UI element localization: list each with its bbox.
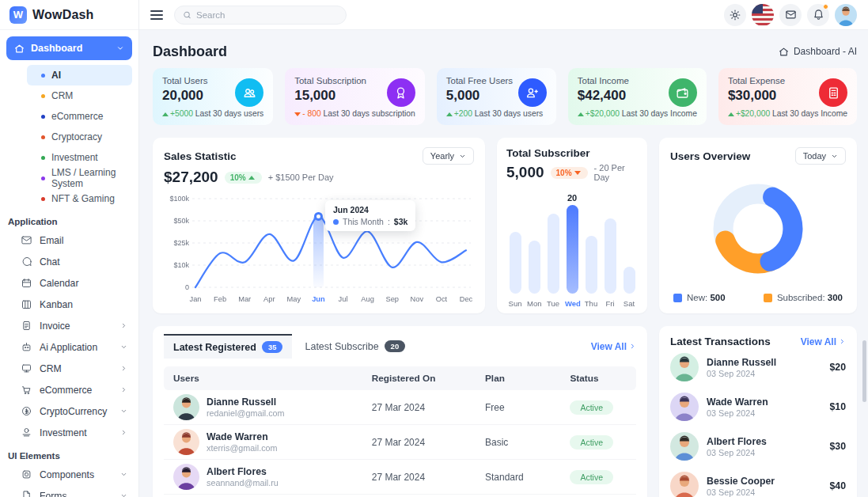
tooltip-value: $3k [394, 217, 408, 226]
stat-cards-row: Total Users 20,000 +5000 Last 30 days us… [153, 68, 857, 125]
sidebar-item-label: Forms [40, 491, 113, 497]
sidebar-item-kanban[interactable]: Kanban [6, 294, 132, 315]
sidebar-subitem-nft-gaming[interactable]: NFT & Gaming [27, 188, 132, 209]
theme-toggle-button[interactable] [724, 4, 746, 26]
sidebar-item-email[interactable]: Email [6, 230, 132, 251]
tab-badge: 35 [262, 341, 283, 353]
svg-text:May: May [287, 295, 301, 303]
kanban-icon [21, 298, 32, 310]
sidebar-item-calendar[interactable]: Calendar [6, 272, 132, 294]
user-name: Wade Warren [207, 431, 278, 442]
legend-swatch [673, 294, 682, 302]
bullet-dot [41, 197, 45, 201]
bar-rect [510, 232, 521, 294]
chevron-right-icon [629, 343, 636, 350]
sales-period-select[interactable]: Yearly [423, 147, 474, 165]
calendar-icon [21, 277, 32, 289]
notifications-button[interactable] [807, 4, 829, 26]
registered-date: 27 Mar 2024 [362, 495, 476, 497]
ecommerce-icon [21, 384, 32, 396]
chevron-right-icon [120, 386, 127, 393]
sidebar-item-label: Chat [40, 256, 127, 267]
trend-value: +$20,000 [728, 109, 770, 118]
transaction-amount: $10 [829, 401, 846, 412]
subscriber-bar-chart: 20 [506, 188, 638, 294]
sidebar-item-cryptocurrency[interactable]: CryptoCurrency [6, 400, 132, 422]
bar-mon [527, 241, 541, 294]
svg-text:Feb: Feb [214, 295, 226, 303]
tab-latest-subscribe[interactable]: Latest Subscribe 20 [295, 335, 415, 358]
view-all-link[interactable]: View All [801, 336, 846, 347]
chat-icon [21, 256, 32, 267]
transaction-row: Wade Warren 03 Sep 2024 $10 [670, 387, 846, 427]
users-overview-period-select[interactable]: Today [795, 147, 846, 165]
sidebar-item-label: CRM [40, 363, 113, 374]
trend-value: +200 [446, 109, 472, 118]
sidebar-subitem-investment[interactable]: Investment [27, 147, 132, 168]
table-row: Albert Flores seannand@mail.ru 27 Mar 20… [164, 460, 636, 495]
sidebar-toggle-button[interactable] [150, 10, 163, 20]
sidebar-item-forms[interactable]: Forms [6, 485, 132, 497]
sidebar-item-chat[interactable]: Chat [6, 251, 132, 272]
sidebar-subitem-crm[interactable]: CRM [27, 85, 132, 106]
trend-value: +$20,000 [578, 109, 620, 118]
sidebar-subitem-ai[interactable]: AI [27, 65, 132, 85]
search-bar[interactable] [174, 6, 347, 25]
sidebar-item-invoice[interactable]: Invoice [6, 315, 132, 336]
trend-arrow-icon [162, 112, 169, 116]
svg-text:Apr: Apr [263, 295, 275, 303]
series-dot [333, 219, 339, 225]
chevron-down-icon [831, 153, 838, 160]
logo[interactable]: W WowDash [0, 0, 138, 30]
tab-latest-registered[interactable]: Latest Registered 35 [164, 334, 292, 359]
chevron-right-icon [120, 322, 127, 329]
sidebar-item-components[interactable]: Components [6, 464, 132, 485]
mail-icon [785, 9, 797, 21]
user-avatar[interactable] [835, 4, 857, 26]
donut-chart-svg [703, 173, 813, 284]
stat-icon-circle [819, 78, 847, 107]
svg-text:Jul: Jul [339, 295, 348, 303]
notification-dot [823, 4, 828, 9]
status-badge: Active [570, 435, 613, 450]
trend-arrow-icon [446, 112, 453, 116]
email-icon [21, 234, 32, 246]
breadcrumb[interactable]: Dashboard - AI [779, 46, 857, 57]
search-input[interactable] [196, 10, 338, 20]
bullet-dot [41, 135, 45, 139]
dashboard-submenu: AICRMeCommerceCryptocracyInvestmentLMS /… [6, 65, 132, 209]
language-selector[interactable] [752, 4, 774, 26]
view-all-link[interactable]: View All [591, 341, 636, 352]
transaction-date: 03 Sep 2024 [707, 488, 775, 497]
avatar-image [173, 429, 199, 455]
registered-date: 27 Mar 2024 [362, 425, 476, 460]
wowdash-logo-icon: W [9, 6, 27, 24]
subscriber-value: 5,000 [506, 164, 544, 181]
sidebar-subitem-cryptocracy[interactable]: Cryptocracy [27, 127, 132, 147]
sidebar-item-dashboard[interactable]: Dashboard [6, 36, 132, 60]
top-header [139, 0, 868, 30]
sidebar-subitem-lms-learning-system[interactable]: LMS / Learning System [27, 168, 132, 188]
bar-rect [548, 214, 559, 294]
sidebar-item-investment[interactable]: Investment [6, 422, 132, 443]
stat-icon-circle [518, 78, 547, 107]
receipt-icon [826, 85, 841, 101]
sidebar-item-crm[interactable]: CRM [6, 358, 132, 379]
ai-icon [21, 341, 32, 353]
svg-text:$10k: $10k [173, 261, 189, 269]
sidebar-subitem-label: NFT & Gaming [51, 193, 115, 204]
stat-trend: +$20,000 Last 30 days Income [578, 109, 697, 118]
crypto-icon [21, 405, 32, 417]
sidebar-item-ecommerce[interactable]: eCommerce [6, 379, 132, 400]
messages-button[interactable] [779, 4, 802, 26]
sidebar-subitem-ecommerce[interactable]: eCommerce [27, 106, 132, 127]
highlight-band [313, 216, 324, 287]
user-name: Dianne Russell [207, 396, 285, 408]
avatar-image [670, 472, 699, 497]
bullet-dot [41, 74, 45, 78]
transaction-amount: $30 [829, 441, 846, 452]
sidebar-item-ai-application[interactable]: Ai Application [6, 336, 132, 358]
bar-chart-labels: SunMonTueWedThuFriSat [506, 299, 638, 308]
scrollbar-thumb[interactable] [862, 340, 866, 402]
tabs-row: Latest Registered 35Latest Subscribe 20 … [164, 334, 636, 359]
